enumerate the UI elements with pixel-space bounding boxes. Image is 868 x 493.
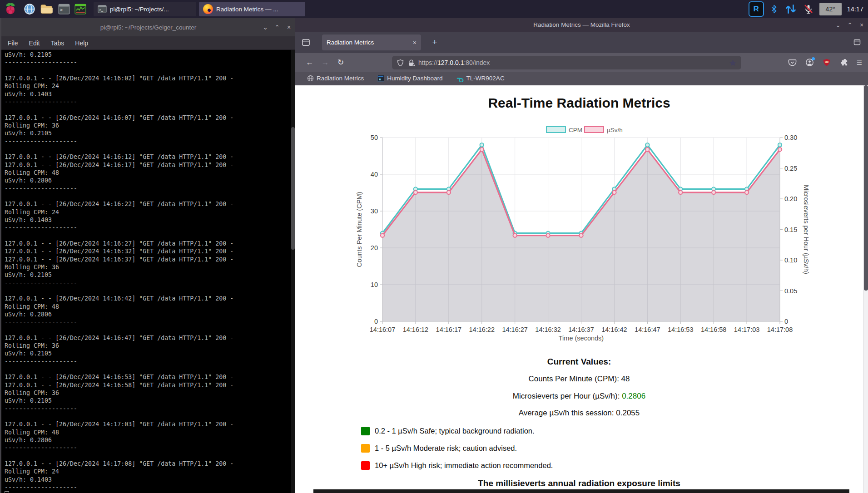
shield-icon[interactable]	[397, 59, 404, 67]
left-tick-label: 40	[371, 171, 378, 178]
terminal-line	[5, 413, 295, 420]
url-text[interactable]: https://127.0.0.1:80/index	[418, 59, 726, 66]
bluetooth-icon[interactable]	[769, 4, 779, 15]
file-manager-launcher[interactable]	[39, 1, 55, 17]
minimize-icon[interactable]: ⌄	[834, 21, 842, 29]
desktop: { "taskbar": { "terminal_task": "pi@rpi5…	[0, 0, 868, 493]
right-tick-label: 0.05	[784, 287, 797, 295]
terminal-line: --------------------	[5, 444, 295, 452]
x-tick-label: 14:16:32	[535, 326, 560, 333]
firefox-view-icon[interactable]	[302, 38, 310, 49]
radiation-chart: 0102030405000.050.100.150.200.250.3014:1…	[354, 117, 836, 345]
terminal-line	[5, 145, 295, 153]
bookmark-humidity-dashboard[interactable]: Humidity Dashboard	[377, 75, 442, 82]
close-icon[interactable]: ×	[858, 21, 865, 29]
tab-close-icon[interactable]: ×	[409, 39, 417, 46]
terminal-line: --------------------	[5, 98, 295, 106]
terminal-line: --------------------	[5, 138, 295, 145]
microphone-muted-icon[interactable]	[803, 3, 814, 15]
bookmark-radiation-metrics[interactable]: Radiation Metrics	[307, 75, 364, 82]
tp-link-favicon	[456, 75, 464, 82]
firefox-icon	[203, 4, 213, 14]
lock-warning-icon[interactable]	[407, 59, 415, 67]
network-updown-icon[interactable]	[784, 3, 798, 15]
terminal-line: --------------------	[5, 318, 295, 326]
cpm-current-value: Counts Per Minute (CPM): 48	[295, 375, 863, 384]
taskbar-terminal-label: pi@rpi5: ~/Projects/...	[110, 6, 169, 13]
extensions-puzzle-icon[interactable]	[839, 58, 848, 67]
ublock-origin-icon[interactable]: u0	[823, 58, 831, 67]
maximize-icon[interactable]: ⌃	[846, 21, 853, 29]
risk-color-swatch	[361, 427, 370, 435]
right-tick-label: 0.20	[784, 195, 797, 202]
legend-swatch-CPM	[546, 127, 565, 133]
legend-label-µSv/h: µSv/h	[607, 127, 623, 133]
web-browser-launcher[interactable]	[22, 1, 37, 17]
reload-button[interactable]: ↻	[333, 58, 348, 67]
terminal-titlebar[interactable]: pi@rpi5: ~/Projects/Geiger_counter ⌄ ⌃ ×	[1, 18, 295, 36]
dashboard-favicon	[377, 75, 384, 82]
back-button[interactable]: ←	[302, 58, 317, 67]
current-values-heading: Current Values:	[295, 357, 863, 367]
clock[interactable]: 14:17	[847, 5, 865, 13]
cpu-temp-badge[interactable]: 42°	[819, 3, 842, 15]
page-scrollbar[interactable]	[863, 85, 868, 493]
right-axis-title: Microsieverts per Hour (µSv/h)	[803, 185, 810, 274]
svg-text:>_: >_	[99, 8, 103, 12]
terminal-scrollbar[interactable]	[291, 50, 295, 493]
taskbar-window-terminal[interactable]: >_ pi@rpi5: ~/Projects/...	[94, 2, 196, 16]
bookmark-star-icon[interactable]	[729, 59, 737, 67]
close-icon[interactable]: ×	[285, 24, 293, 31]
menu-edit[interactable]: Edit	[29, 39, 40, 47]
menu-file[interactable]: File	[8, 39, 18, 47]
taskbar-window-firefox[interactable]: Radiation Metrics — ...	[199, 2, 305, 16]
url-bar[interactable]: https://127.0.0.1:80/index	[392, 56, 741, 69]
terminal-line: Rolling CPM: 36	[5, 263, 295, 271]
url-host: 127.0.0.1	[437, 59, 464, 66]
pocket-icon[interactable]	[788, 58, 797, 67]
minimize-icon[interactable]: ⌄	[262, 24, 269, 31]
terminal-launcher[interactable]: >_	[56, 1, 72, 17]
notification-dot	[812, 57, 815, 60]
new-tab-button[interactable]: +	[428, 35, 441, 49]
left-tick-label: 0	[374, 318, 378, 325]
maximize-icon[interactable]: ⌃	[273, 24, 281, 31]
firefox-titlebar[interactable]: Radiation Metrics — Mozilla Firefox ⌄ ⌃ …	[295, 18, 868, 32]
terminal-line: 127.0.0.1 - - [26/Dec/2024 14:16:02] "GE…	[5, 74, 295, 82]
x-tick-label: 14:16:42	[601, 326, 627, 333]
terminal-body[interactable]: uSv/h: 0.2105-------------------- 127.0.…	[1, 50, 295, 493]
account-icon[interactable]	[805, 58, 814, 67]
x-axis-title: Time (seconds)	[559, 335, 604, 342]
terminal-line: 127.0.0.1 - - [26/Dec/2024 14:16:12] "GE…	[5, 153, 295, 161]
list-all-tabs-icon[interactable]	[853, 38, 861, 48]
raspberry-menu-icon[interactable]	[3, 1, 18, 17]
firefox-tabbar: Radiation Metrics × +	[295, 32, 868, 53]
bookmark-tl-wr902ac[interactable]: TL-WR902AC	[456, 75, 505, 82]
firefox-bookmarks-bar: Radiation Metrics Humidity Dashboard TL-…	[295, 72, 868, 85]
terminal-line: 127.0.0.1 - - [26/Dec/2024 14:17:08] "GE…	[5, 460, 295, 468]
menu-hamburger-icon[interactable]: ≡	[857, 58, 862, 67]
x-tick-label: 14:16:53	[668, 326, 693, 333]
x-tick-label: 14:16:12	[403, 326, 428, 333]
point-CPM	[645, 143, 649, 147]
left-axis-title: Counts Per Minute (CPM)	[356, 192, 363, 267]
vnc-tray-icon[interactable]: R	[749, 1, 764, 17]
point-µSv/h	[447, 191, 451, 194]
x-tick-label: 14:16:17	[436, 326, 461, 333]
menu-help[interactable]: Help	[75, 39, 88, 47]
terminal-line	[5, 491, 295, 493]
page-content: Real-Time Radiation Metrics 010203040500…	[295, 85, 868, 493]
terminal-line: Rolling CPM: 48	[5, 169, 295, 177]
terminal-line: 127.0.0.1 - - [26/Dec/2024 14:16:47] "GE…	[5, 334, 295, 342]
terminal-scrollbar-thumb[interactable]	[291, 127, 295, 250]
tab-radiation-metrics[interactable]: Radiation Metrics ×	[322, 35, 421, 50]
x-tick-label: 14:16:27	[502, 326, 527, 333]
forward-button[interactable]: →	[317, 58, 333, 67]
taskbar: >_ >_ pi@rpi5: ~/Projects/... Radiation …	[0, 0, 868, 18]
terminal-line: --------------------	[5, 483, 295, 491]
system-monitor-launcher[interactable]	[73, 1, 88, 17]
terminal-line	[5, 326, 295, 334]
page-scrollbar-thumb[interactable]	[864, 85, 868, 291]
menu-tabs[interactable]: Tabs	[51, 39, 64, 47]
risk-level-moderate: 1 - 5 µSv/h Moderate risk; caution advis…	[361, 444, 517, 453]
